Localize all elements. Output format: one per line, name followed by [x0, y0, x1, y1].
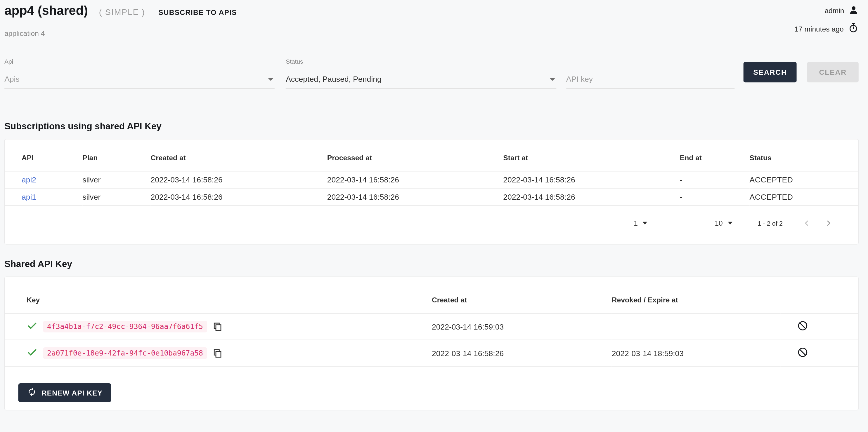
key-cell: 2a071f0e-18e9-42fa-94fc-0e10ba967a58: [5, 340, 432, 366]
title-row: app4 (shared) ( SIMPLE ) SUBSCRIBE TO AP…: [4, 3, 237, 18]
next-page-button[interactable]: [824, 219, 832, 227]
top-bar: app4 (shared) ( SIMPLE ) SUBSCRIBE TO AP…: [4, 3, 859, 37]
status-select[interactable]: Status Accepted, Paused, Pending: [286, 58, 556, 89]
user-name: admin: [825, 7, 844, 15]
processed-at-cell: 2022-03-14 16:58:26: [327, 188, 503, 205]
page-select-value: 1: [634, 219, 638, 227]
api-select[interactable]: Api Apis: [4, 58, 275, 89]
subscription-row: api2 silver 2022-03-14 16:58:26 2022-03-…: [5, 171, 858, 188]
copy-icon: [212, 325, 222, 333]
api-key-row: 2a071f0e-18e9-42fa-94fc-0e10ba967a58 202…: [5, 340, 858, 366]
copy-icon: [212, 352, 222, 360]
dropdown-arrow-icon: [643, 222, 647, 225]
column-header-start-at: Start at: [503, 139, 680, 171]
status-select-label: Status: [286, 58, 556, 65]
end-at-cell: -: [680, 171, 750, 188]
chevron-left-icon: [803, 221, 811, 229]
start-at-cell: 2022-03-14 16:58:26: [503, 188, 680, 205]
subscriptions-card: API Plan Created at Processed at Start a…: [4, 139, 859, 244]
api-key-row: 4f3a4b1a-f7c2-49cc-9364-96aa7f6a61f5 202…: [5, 313, 858, 340]
shared-api-key-section-title: Shared API Key: [4, 259, 859, 269]
dropdown-arrow-icon: [268, 78, 274, 80]
pagination-bar: 1 10 1 - 2 of 2: [5, 206, 858, 244]
subscriptions-section-title: Subscriptions using shared API Key: [4, 121, 859, 132]
column-header-processed-at: Processed at: [327, 139, 503, 171]
check-icon: [27, 347, 38, 360]
chevron-right-icon: [824, 221, 832, 229]
top-bar-right: admin 17 minutes ago: [795, 3, 859, 37]
application-description: application 4: [4, 29, 237, 37]
key-actions-cell: [781, 313, 858, 340]
key-cell: 4f3a4b1a-f7c2-49cc-9364-96aa7f6a61f5: [5, 313, 432, 340]
api-key-input[interactable]: [566, 75, 735, 89]
renew-button-label: RENEW API KEY: [41, 389, 102, 397]
column-header-revoked-expire-at: Revoked / Expire at: [612, 277, 781, 313]
api-link[interactable]: api1: [22, 192, 36, 201]
page-title: app4 (shared): [4, 3, 88, 18]
column-header-plan: Plan: [83, 139, 151, 171]
api-link[interactable]: api2: [22, 175, 36, 184]
api-select-control[interactable]: Apis: [4, 75, 275, 89]
shared-api-key-card: Key Created at Revoked / Expire at 4f3a4…: [4, 276, 859, 410]
api-cell: api1: [5, 188, 83, 205]
page-select[interactable]: 1: [634, 219, 648, 227]
ban-icon: [797, 325, 808, 333]
dropdown-arrow-icon: [550, 78, 555, 80]
created-at-cell: 2022-03-14 16:58:26: [151, 171, 327, 188]
key-created-at-cell: 2022-03-14 16:58:26: [432, 340, 612, 366]
processed-at-cell: 2022-03-14 16:58:26: [327, 171, 503, 188]
page-size-select[interactable]: 10: [715, 219, 733, 227]
shared-key-header-row: Key Created at Revoked / Expire at: [5, 277, 858, 313]
renew-api-key-button[interactable]: RENEW API KEY: [19, 383, 111, 402]
search-button[interactable]: SEARCH: [744, 62, 797, 82]
user-icon: [849, 5, 859, 16]
key-created-at-cell: 2022-03-14 16:59:03: [432, 313, 612, 340]
application-page: app4 (shared) ( SIMPLE ) SUBSCRIBE TO AP…: [0, 0, 868, 432]
dropdown-arrow-icon: [728, 222, 732, 225]
created-at-cell: 2022-03-14 16:58:26: [151, 188, 327, 205]
last-connection-row: 17 minutes ago: [795, 23, 859, 35]
copy-key-button[interactable]: [212, 322, 222, 332]
application-type-label: ( SIMPLE ): [99, 7, 145, 16]
api-key-value: 2a071f0e-18e9-42fa-94fc-0e10ba967a58: [43, 347, 207, 359]
api-select-placeholder: Apis: [4, 75, 20, 84]
status-cell: ACCEPTED: [750, 188, 858, 205]
status-select-control[interactable]: Accepted, Paused, Pending: [286, 75, 556, 89]
filters-bar: Api Apis Status Accepted, Paused, Pendin…: [4, 58, 859, 89]
clear-button[interactable]: CLEAR: [807, 62, 859, 82]
key-revoked-at-cell: 2022-03-14 18:59:03: [612, 340, 781, 366]
api-cell: api2: [5, 171, 83, 188]
subscription-row: api1 silver 2022-03-14 16:58:26 2022-03-…: [5, 188, 858, 205]
subscriptions-table: API Plan Created at Processed at Start a…: [5, 139, 858, 205]
api-key-field: [566, 58, 735, 89]
check-icon: [27, 320, 38, 333]
revoke-key-button[interactable]: [797, 347, 808, 358]
column-header-actions: [781, 277, 858, 313]
user-row: admin: [825, 5, 858, 16]
status-select-value: Accepted, Paused, Pending: [286, 75, 381, 84]
plan-cell: silver: [83, 188, 151, 205]
column-header-end-at: End at: [680, 139, 750, 171]
top-bar-left: app4 (shared) ( SIMPLE ) SUBSCRIBE TO AP…: [4, 3, 237, 37]
api-select-label: Api: [4, 58, 275, 65]
page-size-value: 10: [715, 219, 722, 227]
key-actions-cell: [781, 340, 858, 366]
renew-icon: [27, 387, 36, 398]
status-cell: ACCEPTED: [750, 171, 858, 188]
column-header-key: Key: [5, 277, 432, 313]
timer-icon: [848, 23, 859, 35]
revoke-key-button[interactable]: [797, 320, 808, 331]
start-at-cell: 2022-03-14 16:58:26: [503, 171, 680, 188]
api-key-value: 4f3a4b1a-f7c2-49cc-9364-96aa7f6a61f5: [43, 321, 207, 332]
column-header-status: Status: [750, 139, 858, 171]
last-connection-text: 17 minutes ago: [795, 25, 843, 33]
shared-key-card-footer: RENEW API KEY: [5, 367, 858, 410]
copy-key-button[interactable]: [212, 348, 222, 358]
ban-icon: [797, 351, 808, 359]
shared-api-key-table: Key Created at Revoked / Expire at 4f3a4…: [5, 277, 858, 367]
plan-cell: silver: [83, 171, 151, 188]
subscribe-to-apis-link[interactable]: SUBSCRIBE TO APIS: [158, 8, 237, 16]
previous-page-button[interactable]: [803, 219, 811, 227]
column-header-created-at: Created at: [151, 139, 327, 171]
column-header-key-created-at: Created at: [432, 277, 612, 313]
